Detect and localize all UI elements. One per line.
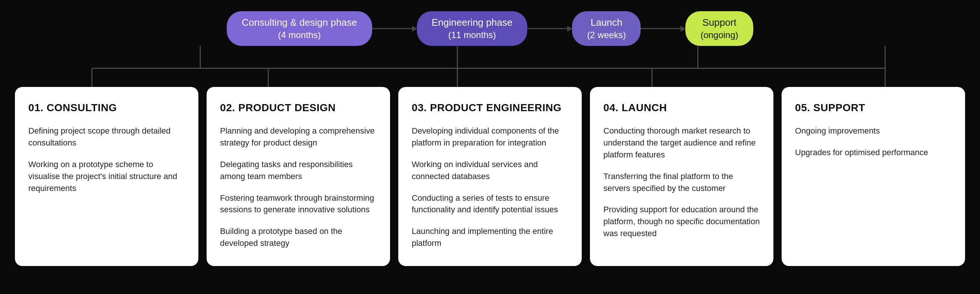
card-product-engineering: 03. PRODUCT ENGINEERING Developing indiv… [398, 87, 582, 266]
card-product-design-title: 02. PRODUCT DESIGN [220, 102, 377, 114]
card-launch-item-3: Providing support for education around t… [603, 204, 760, 240]
card-consulting: 01. CONSULTING Defining project scope th… [15, 87, 198, 266]
phase-pill-launch: Launch (2 weeks) [572, 11, 641, 46]
card-support-title: 05. SUPPORT [795, 102, 952, 114]
phase-header-row: Consulting & design phase (4 months) Eng… [8, 11, 972, 46]
card-product-design: 02. PRODUCT DESIGN Planning and developi… [207, 87, 390, 266]
connector-area [8, 46, 972, 87]
phase-pill-consulting-design: Consulting & design phase (4 months) [227, 11, 372, 46]
arrow-3 [641, 28, 686, 29]
card-support-item-1: Ongoing improvements [795, 125, 952, 137]
phase-pill-support: Support (ongoing) [686, 11, 753, 46]
card-launch-title: 04. LAUNCH [603, 102, 760, 114]
card-product-engineering-item-2: Working on individual services and conne… [412, 158, 568, 182]
card-launch-item-1: Conducting thorough market research to u… [603, 125, 760, 161]
card-consulting-item-1: Defining project scope through detailed … [28, 125, 185, 149]
card-product-design-item-4: Building a prototype based on the develo… [220, 225, 377, 249]
card-consulting-title: 01. CONSULTING [28, 102, 185, 114]
main-container: Consulting & design phase (4 months) Eng… [0, 0, 980, 294]
card-consulting-item-2: Working on a prototype scheme to visuali… [28, 158, 185, 194]
card-launch: 04. LAUNCH Conducting thorough market re… [590, 87, 773, 266]
card-product-design-item-1: Planning and developing a comprehensive … [220, 125, 377, 149]
phase-pill-engineering: Engineering phase (11 months) [417, 11, 528, 46]
card-product-engineering-item-4: Launching and implementing the entire pl… [412, 225, 568, 249]
connector-svg [8, 46, 972, 87]
arrow-2 [527, 28, 572, 29]
cards-row: 01. CONSULTING Defining project scope th… [8, 87, 972, 266]
card-launch-item-2: Transferring the final platform to the s… [603, 171, 760, 194]
card-support-item-2: Upgrades for optimised performance [795, 147, 952, 158]
card-product-engineering-item-3: Conducting a series of tests to ensure f… [412, 192, 568, 216]
card-support: 05. SUPPORT Ongoing improvements Upgrade… [782, 87, 965, 266]
arrow-1 [372, 28, 417, 29]
card-product-design-item-3: Fostering teamwork through brainstorming… [220, 192, 377, 216]
card-product-engineering-title: 03. PRODUCT ENGINEERING [412, 102, 568, 114]
card-product-design-item-2: Delegating tasks and responsibilities am… [220, 158, 377, 182]
card-product-engineering-item-1: Developing individual components of the … [412, 125, 568, 149]
